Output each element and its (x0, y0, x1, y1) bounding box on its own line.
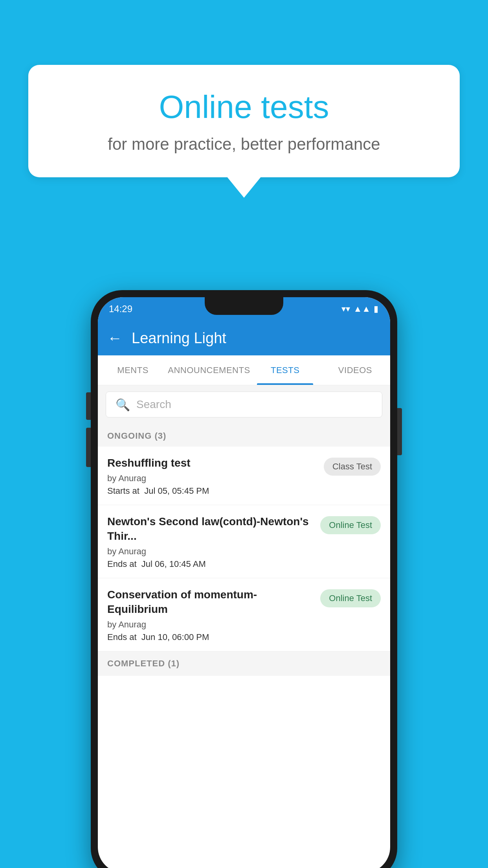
tab-videos[interactable]: VIDEOS (320, 355, 390, 385)
test-author: by Anurag (107, 473, 317, 484)
tab-ments[interactable]: MENTS (98, 355, 168, 385)
badge-class-test: Class Test (324, 458, 381, 476)
test-item[interactable]: Reshuffling test by Anurag Starts at Jul… (98, 447, 390, 505)
bubble-subtitle: for more practice, better performance (60, 135, 428, 154)
status-time: 14:29 (109, 303, 132, 314)
battery-icon: ▮ (374, 304, 378, 314)
search-container: 🔍 Search (98, 385, 390, 424)
status-icons: ▾▾ ▲▲ ▮ (341, 304, 378, 314)
completed-header: COMPLETED (1) (107, 658, 180, 668)
search-placeholder: Search (136, 398, 171, 411)
ongoing-section-header: ONGOING (3) (98, 424, 390, 447)
test-name: Reshuffling test (107, 456, 317, 470)
test-time: Starts at Jul 05, 05:45 PM (107, 486, 317, 496)
test-time: Ends at Jul 06, 10:45 AM (107, 559, 314, 569)
phone-frame: 14:29 ▾▾ ▲▲ ▮ ← Learning Light MENTS ANN… (91, 290, 397, 868)
test-info: Conservation of momentum-Equilibrium by … (107, 588, 320, 642)
search-icon: 🔍 (116, 398, 130, 412)
test-name: Newton's Second law(contd)-Newton's Thir… (107, 515, 314, 543)
tabs-bar: MENTS ANNOUNCEMENTS TESTS VIDEOS (98, 355, 390, 385)
search-bar[interactable]: 🔍 Search (106, 392, 382, 417)
signal-icon: ▲▲ (353, 304, 371, 314)
speech-bubble-container: Online tests for more practice, better p… (28, 65, 460, 177)
completed-section: COMPLETED (1) (98, 651, 390, 676)
badge-online-test-2: Online Test (320, 589, 381, 607)
tab-announcements[interactable]: ANNOUNCEMENTS (168, 355, 250, 385)
phone-screen: 14:29 ▾▾ ▲▲ ▮ ← Learning Light MENTS ANN… (98, 297, 390, 868)
speech-bubble: Online tests for more practice, better p… (28, 65, 460, 177)
test-info: Newton's Second law(contd)-Newton's Thir… (107, 515, 320, 569)
tests-list: Reshuffling test by Anurag Starts at Jul… (98, 447, 390, 651)
test-time: Ends at Jun 10, 06:00 PM (107, 632, 314, 642)
test-info: Reshuffling test by Anurag Starts at Jul… (107, 456, 324, 496)
side-button-volume-up (86, 392, 91, 420)
wifi-icon: ▾▾ (341, 304, 350, 314)
bubble-title: Online tests (60, 88, 428, 125)
phone-notch (205, 297, 283, 315)
test-name: Conservation of momentum-Equilibrium (107, 588, 314, 616)
test-item[interactable]: Newton's Second law(contd)-Newton's Thir… (98, 505, 390, 578)
test-author: by Anurag (107, 620, 314, 630)
side-button-volume-down (86, 428, 91, 467)
test-item[interactable]: Conservation of momentum-Equilibrium by … (98, 578, 390, 651)
back-button[interactable]: ← (107, 330, 122, 347)
side-button-power (397, 408, 402, 455)
tab-tests[interactable]: TESTS (250, 355, 320, 385)
test-author: by Anurag (107, 546, 314, 557)
badge-online-test: Online Test (320, 516, 381, 534)
app-bar: ← Learning Light (98, 321, 390, 355)
app-title: Learning Light (132, 330, 226, 347)
